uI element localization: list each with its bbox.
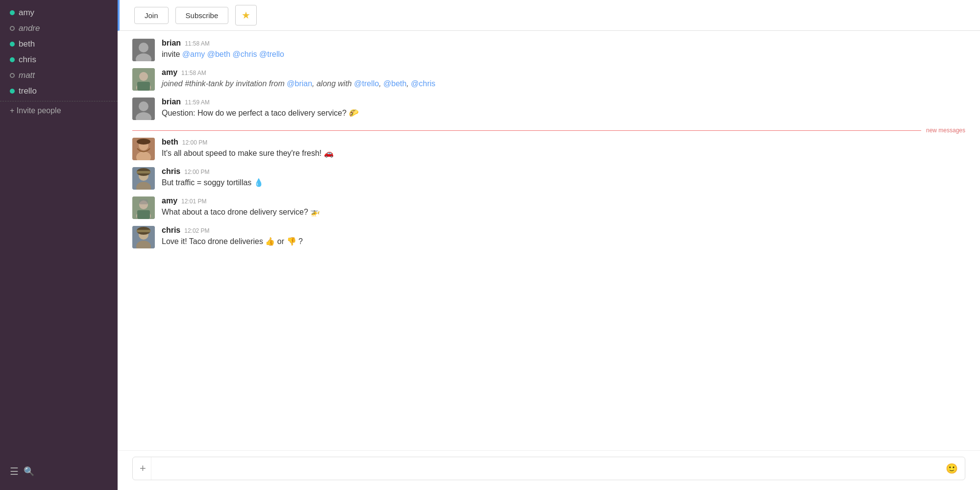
table-row: amy 12:01 PM What about a taco drone del… — [132, 196, 965, 219]
svg-point-8 — [139, 101, 148, 111]
message-time: 12:00 PM — [184, 169, 209, 175]
svg-point-13 — [137, 139, 150, 145]
join-button[interactable]: Join — [134, 7, 169, 24]
svg-rect-22 — [137, 210, 150, 219]
table-row: chris 12:00 PM But traffic = soggy torti… — [132, 167, 965, 190]
message-content: chris 12:00 PM But traffic = soggy torti… — [162, 167, 965, 189]
message-author: chris — [162, 167, 180, 176]
mention-chris: @chris — [411, 79, 436, 88]
message-header: chris 12:02 PM — [162, 226, 965, 235]
message-text: It's all about speed to make sure they'r… — [162, 147, 965, 159]
message-header: chris 12:00 PM — [162, 167, 965, 176]
table-row: chris 12:02 PM Love it! Taco drone deliv… — [132, 226, 965, 248]
status-dot-trello — [10, 89, 15, 94]
message-header: amy 11:58 AM — [162, 68, 965, 77]
avatar — [132, 39, 155, 61]
sidebar-item-andre[interactable]: andre — [0, 21, 118, 36]
message-text: Question: How do we perfect a taco deliv… — [162, 107, 965, 119]
messages-list: brian 11:58 AM invite @amy @beth @chris … — [118, 31, 980, 450]
sidebar-label-chris: chris — [19, 55, 36, 65]
input-area: + 🙂 — [118, 450, 980, 490]
mention-brian: @brian — [287, 79, 312, 88]
message-text: What about a taco drone delivery service… — [162, 206, 965, 218]
message-header: amy 12:01 PM — [162, 196, 965, 205]
message-content: brian 11:58 AM invite @amy @beth @chris … — [162, 39, 965, 60]
new-messages-label: new messages — [926, 127, 965, 134]
message-author: chris — [162, 226, 180, 235]
new-messages-divider: new messages — [132, 127, 965, 134]
main-content: Join Subscribe ★ brian 11:58 AM i — [118, 0, 980, 490]
invite-people-button[interactable]: + Invite people — [0, 101, 118, 120]
table-row: brian 11:58 AM invite @amy @beth @chris … — [132, 39, 965, 61]
emoji-button[interactable]: 🙂 — [946, 463, 958, 474]
star-button[interactable]: ★ — [235, 5, 257, 25]
message-text: Love it! Taco drone deliveries 👍 or 👎 ? — [162, 236, 965, 247]
table-row: brian 11:59 AM Question: How do we perfe… — [132, 98, 965, 120]
subscribe-button[interactable]: Subscribe — [175, 7, 229, 24]
table-row: amy 11:58 AM joined #think-tank by invit… — [132, 68, 965, 91]
table-row: beth 12:00 PM It's all about speed to ma… — [132, 138, 965, 160]
message-author: beth — [162, 138, 178, 147]
svg-point-4 — [139, 72, 148, 81]
message-header: brian 11:58 AM — [162, 39, 965, 48]
svg-rect-23 — [139, 199, 148, 204]
message-content: amy 12:01 PM What about a taco drone del… — [162, 196, 965, 218]
message-content: chris 12:02 PM Love it! Taco drone deliv… — [162, 226, 965, 247]
message-author: brian — [162, 39, 181, 48]
message-content: beth 12:00 PM It's all about speed to ma… — [162, 138, 965, 159]
svg-rect-6 — [137, 82, 150, 91]
message-time: 11:58 AM — [181, 70, 206, 76]
sidebar-label-beth: beth — [19, 39, 35, 49]
mention-chris: @chris — [233, 50, 257, 58]
message-time: 12:00 PM — [182, 139, 207, 146]
avatar — [132, 98, 155, 120]
message-author: amy — [162, 196, 177, 205]
message-time: 11:58 AM — [185, 40, 210, 47]
mention-trello: @trello — [259, 50, 284, 58]
add-attachment-button[interactable]: + — [140, 457, 151, 480]
message-author: amy — [162, 68, 177, 77]
mention-beth: @beth — [207, 50, 230, 58]
message-content: brian 11:59 AM Question: How do we perfe… — [162, 98, 965, 119]
sidebar-label-andre: andre — [19, 24, 40, 33]
mention-trello: @trello — [354, 79, 379, 88]
message-header: brian 11:59 AM — [162, 98, 965, 106]
sidebar-item-chris[interactable]: chris — [0, 52, 118, 68]
invite-people-label: + Invite people — [10, 106, 61, 115]
sidebar-bottom[interactable]: ☰ 🔍 — [0, 458, 118, 485]
sidebar-label-matt: matt — [19, 71, 35, 80]
star-icon: ★ — [242, 10, 250, 21]
sidebar-item-beth[interactable]: beth — [0, 36, 118, 52]
sidebar: amy andre beth chris matt trello + Invit… — [0, 0, 118, 490]
mention-amy: @amy — [182, 50, 205, 58]
status-dot-amy — [10, 10, 15, 15]
menu-search-icon: ☰ — [10, 466, 19, 477]
message-input-box: + 🙂 — [132, 457, 965, 480]
status-dot-andre — [10, 26, 15, 31]
avatar — [132, 138, 155, 160]
status-dot-beth — [10, 42, 15, 47]
message-time: 12:02 PM — [184, 227, 209, 234]
sidebar-label-trello: trello — [19, 86, 37, 96]
avatar — [132, 226, 155, 248]
avatar — [132, 68, 155, 91]
sidebar-item-trello[interactable]: trello — [0, 83, 118, 99]
sidebar-label-amy: amy — [19, 8, 34, 18]
message-input[interactable] — [157, 458, 941, 479]
avatar — [132, 167, 155, 190]
channel-header: Join Subscribe ★ — [118, 0, 980, 31]
avatar — [132, 196, 155, 219]
message-header: beth 12:00 PM — [162, 138, 965, 147]
message-text: invite @amy @beth @chris @trello — [162, 49, 965, 60]
status-dot-matt — [10, 73, 15, 78]
message-time: 11:59 AM — [185, 99, 210, 106]
message-text: But traffic = soggy tortillas 💧 — [162, 177, 965, 189]
svg-rect-28 — [137, 230, 150, 232]
search-icon: 🔍 — [24, 466, 34, 477]
status-dot-chris — [10, 57, 15, 62]
sidebar-item-amy[interactable]: amy — [0, 5, 118, 21]
sidebar-item-matt[interactable]: matt — [0, 68, 118, 83]
message-content: amy 11:58 AM joined #think-tank by invit… — [162, 68, 965, 90]
svg-point-1 — [139, 43, 148, 52]
svg-rect-18 — [137, 171, 150, 173]
